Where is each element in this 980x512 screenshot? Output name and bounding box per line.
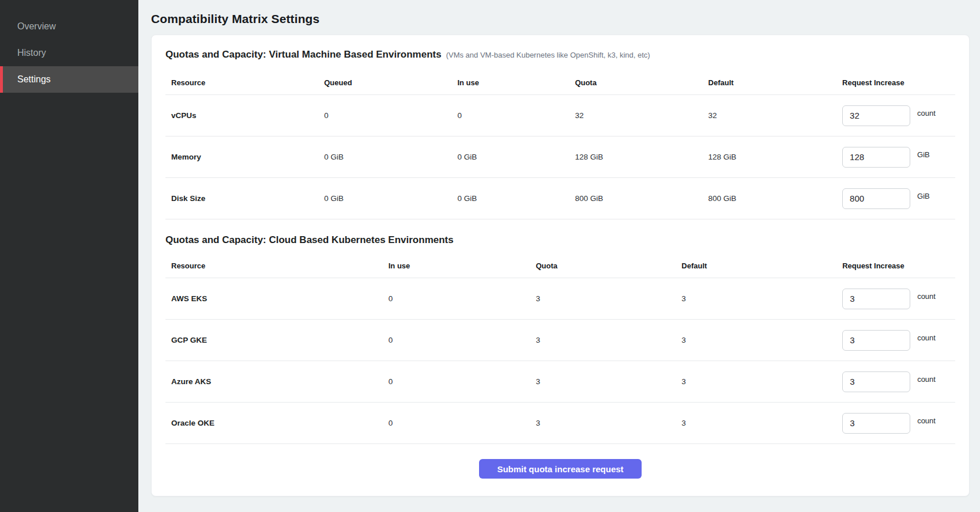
queued-value: 0 GiB bbox=[324, 153, 457, 161]
in-use-value: 0 bbox=[389, 294, 536, 303]
sidebar-item-label: Overview bbox=[17, 21, 56, 32]
unit-label: count bbox=[917, 109, 936, 117]
resource-name: AWS EKS bbox=[171, 294, 389, 303]
default-value: 3 bbox=[681, 336, 842, 344]
column-header: Queued bbox=[324, 78, 457, 87]
default-value: 3 bbox=[681, 377, 842, 386]
request-increase-input[interactable] bbox=[842, 413, 910, 434]
column-header: Resource bbox=[171, 78, 324, 87]
cloud-quota-table: ResourceIn useQuotaDefaultRequest Increa… bbox=[165, 254, 955, 444]
request-increase-cell: count bbox=[842, 371, 955, 392]
request-increase-cell: GiB bbox=[842, 147, 955, 168]
default-value: 800 GiB bbox=[708, 194, 843, 203]
quota-value: 32 bbox=[575, 111, 708, 120]
column-header: In use bbox=[457, 78, 575, 87]
request-increase-input[interactable] bbox=[842, 188, 910, 209]
resource-name: Disk Size bbox=[171, 194, 324, 203]
in-use-value: 0 bbox=[389, 419, 536, 427]
resource-name: GCP GKE bbox=[171, 336, 389, 344]
unit-label: GiB bbox=[917, 192, 930, 200]
request-increase-input[interactable] bbox=[842, 371, 910, 392]
in-use-value: 0 GiB bbox=[457, 194, 575, 203]
request-increase-input[interactable] bbox=[842, 105, 910, 126]
in-use-value: 0 GiB bbox=[457, 153, 575, 161]
unit-label: GiB bbox=[917, 150, 930, 159]
request-increase-cell: count bbox=[842, 105, 955, 126]
default-value: 32 bbox=[708, 111, 843, 120]
quota-value: 3 bbox=[536, 419, 681, 427]
column-header: Request Increase bbox=[842, 78, 955, 87]
vm-quota-table: ResourceQueuedIn useQuotaDefaultRequest … bbox=[165, 71, 955, 219]
settings-card: Quotas and Capacity: Virtual Machine Bas… bbox=[151, 35, 970, 496]
request-increase-input[interactable] bbox=[842, 330, 910, 351]
resource-name: Azure AKS bbox=[171, 377, 389, 386]
column-header: Request Increase bbox=[842, 261, 955, 270]
in-use-value: 0 bbox=[457, 111, 575, 120]
unit-label: count bbox=[917, 375, 936, 384]
quota-value: 128 GiB bbox=[575, 153, 708, 161]
column-header: Quota bbox=[575, 78, 708, 87]
queued-value: 0 GiB bbox=[324, 194, 457, 203]
column-header: Resource bbox=[171, 261, 389, 270]
column-header: In use bbox=[389, 261, 536, 270]
table-header-row: ResourceQueuedIn useQuotaDefaultRequest … bbox=[165, 71, 955, 95]
in-use-value: 0 bbox=[389, 336, 536, 344]
table-row: Memory0 GiB0 GiB128 GiB128 GiBGiB bbox=[165, 136, 955, 178]
sidebar-item-label: History bbox=[17, 48, 46, 58]
unit-label: count bbox=[917, 292, 936, 301]
unit-label: count bbox=[917, 333, 936, 342]
cloud-section-header: Quotas and Capacity: Cloud Based Kuberne… bbox=[165, 234, 955, 246]
default-value: 3 bbox=[681, 419, 842, 427]
sidebar-nav: OverviewHistorySettings bbox=[0, 13, 138, 93]
sidebar-item-overview[interactable]: Overview bbox=[0, 13, 138, 40]
resource-name: vCPUs bbox=[171, 111, 324, 120]
page-title: Compatibility Matrix Settings bbox=[151, 12, 970, 26]
vm-section-title: Quotas and Capacity: Virtual Machine Bas… bbox=[165, 49, 442, 60]
in-use-value: 0 bbox=[389, 377, 536, 386]
column-header: Quota bbox=[536, 261, 681, 270]
quota-value: 3 bbox=[536, 377, 681, 386]
sidebar-item-settings[interactable]: Settings bbox=[0, 66, 138, 93]
request-increase-cell: GiB bbox=[842, 188, 955, 209]
quota-value: 3 bbox=[536, 336, 681, 344]
table-row: GCP GKE033count bbox=[165, 320, 955, 361]
table-row: vCPUs003232count bbox=[165, 95, 955, 136]
sidebar-item-history[interactable]: History bbox=[0, 40, 138, 66]
submit-quota-increase-button[interactable]: Submit quota increase request bbox=[479, 459, 642, 479]
table-row: AWS EKS033count bbox=[165, 278, 955, 320]
request-increase-input[interactable] bbox=[842, 147, 910, 168]
sidebar: OverviewHistorySettings bbox=[0, 0, 138, 512]
request-increase-input[interactable] bbox=[842, 289, 910, 309]
column-header: Default bbox=[681, 261, 842, 270]
resource-name: Memory bbox=[171, 153, 324, 161]
column-header: Default bbox=[708, 78, 843, 87]
resource-name: Oracle OKE bbox=[171, 419, 389, 427]
card-footer: Submit quota increase request bbox=[165, 444, 955, 484]
table-row: Oracle OKE033count bbox=[165, 403, 955, 444]
table-header-row: ResourceIn useQuotaDefaultRequest Increa… bbox=[165, 254, 955, 278]
quota-value: 3 bbox=[536, 294, 681, 303]
vm-section-header: Quotas and Capacity: Virtual Machine Bas… bbox=[165, 49, 955, 60]
table-row: Azure AKS033count bbox=[165, 361, 955, 403]
cloud-section-title: Quotas and Capacity: Cloud Based Kuberne… bbox=[165, 234, 454, 246]
default-value: 128 GiB bbox=[708, 153, 843, 161]
request-increase-cell: count bbox=[842, 289, 955, 309]
request-increase-cell: count bbox=[842, 330, 955, 351]
table-row: Disk Size0 GiB0 GiB800 GiB800 GiBGiB bbox=[165, 178, 955, 219]
sidebar-item-label: Settings bbox=[17, 74, 51, 85]
vm-section-subtitle: (VMs and VM-based Kubernetes like OpenSh… bbox=[446, 51, 650, 59]
unit-label: count bbox=[917, 416, 936, 425]
quota-value: 800 GiB bbox=[575, 194, 708, 203]
queued-value: 0 bbox=[324, 111, 457, 120]
main-content: Compatibility Matrix Settings Quotas and… bbox=[138, 0, 980, 512]
request-increase-cell: count bbox=[842, 413, 955, 434]
default-value: 3 bbox=[681, 294, 842, 303]
